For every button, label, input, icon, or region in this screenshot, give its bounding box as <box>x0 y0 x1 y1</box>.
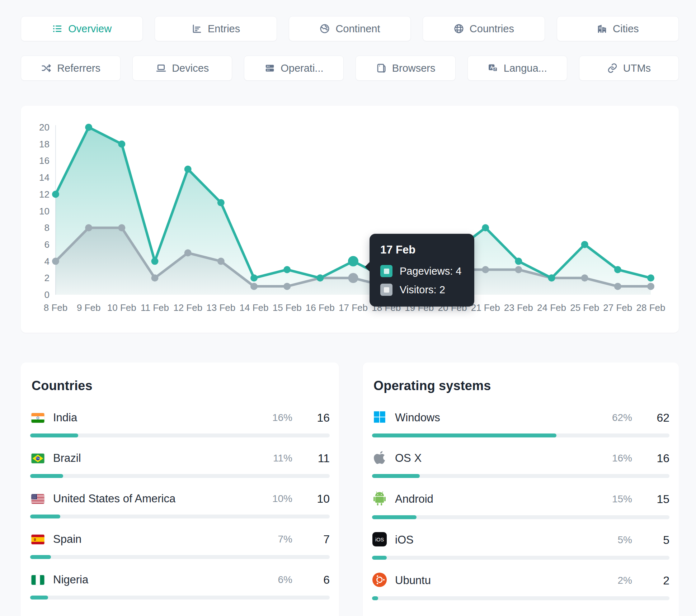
tab-label: Referrers <box>57 62 100 74</box>
countries-panel: Countries India16%16Brazil11%11United St… <box>21 363 339 616</box>
visitors-point <box>118 224 125 231</box>
stat-count: 6 <box>304 573 330 587</box>
stat-row-os-x[interactable]: OS X16%16 <box>372 450 669 478</box>
stat-progress-bar <box>372 474 669 478</box>
stat-percent: 62% <box>612 412 632 423</box>
stat-percent: 2% <box>618 575 632 586</box>
y-tick-label: 8 <box>44 222 50 233</box>
y-tick-label: 18 <box>39 139 50 150</box>
y-tick-label: 4 <box>44 256 50 267</box>
y-tick-label: 2 <box>44 273 50 283</box>
x-tick-label: 28 Feb <box>636 302 666 313</box>
y-tick-label: 14 <box>39 172 50 183</box>
globe-grid-icon <box>453 23 464 34</box>
tab-entries[interactable]: Entries <box>155 16 277 41</box>
tooltip-visitors-label: Visitors: 2 <box>400 284 445 296</box>
stat-name: Spain <box>53 533 81 546</box>
stat-name: Nigeria <box>53 573 88 586</box>
list-icon <box>52 23 63 34</box>
stat-percent: 16% <box>612 452 632 464</box>
visitors-point <box>250 283 258 290</box>
tab-utms[interactable]: UTMs <box>579 56 679 81</box>
stat-row-windows[interactable]: Windows62%62 <box>372 410 669 437</box>
stat-progress-fill <box>30 433 78 437</box>
stat-row-header: Brazil11%11 <box>30 450 330 466</box>
buildings-icon <box>597 23 607 34</box>
tab-devices[interactable]: Devices <box>132 56 232 81</box>
globe-earth-icon <box>319 23 330 34</box>
x-tick-label: 9 Feb <box>77 302 101 313</box>
pageviews-point <box>217 199 225 206</box>
tab-browsers[interactable]: Browsers <box>356 56 455 81</box>
svg-text:iOS: iOS <box>375 537 384 542</box>
y-tick-label: 6 <box>44 239 50 250</box>
visitors-point <box>348 273 358 283</box>
x-tick-label: 24 Feb <box>537 302 566 313</box>
stat-row-android[interactable]: Android15%15 <box>372 491 669 519</box>
stat-row-header: India16%16 <box>30 410 330 426</box>
stat-name: iOS <box>395 534 414 546</box>
tab-langua[interactable]: AZLangua... <box>467 56 567 81</box>
stat-count: 62 <box>644 411 669 425</box>
tab-label: Continent <box>335 23 380 35</box>
stat-count: 15 <box>644 493 669 506</box>
tab-referrers[interactable]: Referrers <box>21 56 121 81</box>
pageviews-point <box>118 141 125 148</box>
visitors-point <box>647 283 654 290</box>
ubuntu-icon <box>372 573 387 588</box>
tooltip-arrow <box>365 262 370 272</box>
stat-progress-fill <box>30 596 48 600</box>
stat-row-india[interactable]: India16%16 <box>30 410 330 437</box>
stat-row-ubuntu[interactable]: Ubuntu2%2 <box>372 573 669 600</box>
server-icon <box>264 63 275 74</box>
visitors-point <box>184 249 192 256</box>
tab-label: Browsers <box>392 62 436 74</box>
visitors-point <box>151 274 159 281</box>
x-tick-label: 13 Feb <box>206 302 235 313</box>
stat-row-united-states-of-america[interactable]: United States of America10%10 <box>30 491 330 518</box>
tab-continent[interactable]: Continent <box>289 16 411 41</box>
stat-progress-bar <box>372 596 669 600</box>
pageviews-point <box>614 266 621 273</box>
stat-row-nigeria[interactable]: Nigeria6%6 <box>30 572 330 600</box>
tabs-row-secondary: ReferrersDevicesOperati...BrowsersAZLang… <box>21 56 679 81</box>
visitors-point <box>217 258 225 265</box>
stat-progress-fill <box>372 515 417 519</box>
pageviews-point <box>548 274 555 281</box>
y-tick-label: 10 <box>39 206 50 217</box>
pageviews-point <box>581 241 588 248</box>
stat-row-header: Nigeria6%6 <box>30 572 330 588</box>
traffic-chart-card: 024681012141618208 Feb9 Feb10 Feb11 Feb1… <box>21 106 679 333</box>
stat-row-spain[interactable]: Spain7%7 <box>30 531 330 559</box>
pageviews-point <box>283 266 291 273</box>
stat-progress-bar <box>372 433 669 437</box>
stat-count: 10 <box>304 492 330 506</box>
visitors-swatch-icon <box>380 284 392 296</box>
visitors-point <box>52 258 59 265</box>
stat-row-brazil[interactable]: Brazil11%11 <box>30 450 330 478</box>
android-icon <box>372 491 387 507</box>
tab-operati[interactable]: Operati... <box>244 56 344 81</box>
stat-percent: 16% <box>272 412 292 423</box>
x-tick-label: 25 Feb <box>570 302 599 313</box>
stat-name: OS X <box>395 452 422 465</box>
traffic-chart[interactable]: 024681012141618208 Feb9 Feb10 Feb11 Feb1… <box>21 106 679 333</box>
stat-count: 16 <box>644 452 669 465</box>
tab-overview[interactable]: Overview <box>21 16 143 41</box>
stat-count: 16 <box>304 411 330 425</box>
svg-text:Z: Z <box>494 67 496 71</box>
flag-usa <box>30 494 45 504</box>
stat-row-ios[interactable]: iOSiOS5%5 <box>372 532 669 560</box>
stat-progress-fill <box>30 515 60 518</box>
tab-cities[interactable]: Cities <box>557 16 679 41</box>
tooltip-pageviews-row: Pageviews: 4 <box>380 265 464 277</box>
stat-progress-bar <box>30 474 330 478</box>
tab-label: Entries <box>208 23 240 35</box>
laptop-icon <box>156 63 166 74</box>
stat-progress-bar <box>372 556 669 560</box>
stat-progress-fill <box>372 474 420 478</box>
stat-count: 11 <box>304 452 330 465</box>
stat-row-header: iOSiOS5%5 <box>372 532 669 548</box>
tab-countries[interactable]: Countries <box>423 16 545 41</box>
x-tick-label: 14 Feb <box>240 302 269 313</box>
